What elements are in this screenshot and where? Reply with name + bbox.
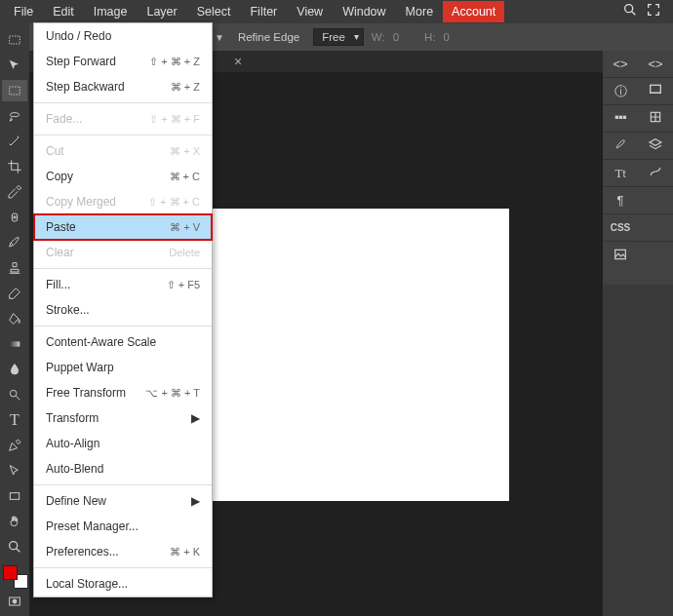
- width-label: W:: [372, 31, 385, 43]
- menu-more[interactable]: More: [396, 1, 443, 22]
- info-icon[interactable]: ⓘ: [606, 83, 635, 100]
- path-panel-icon[interactable]: [641, 164, 670, 182]
- edit-menu-item[interactable]: Copy⌘ + C: [34, 164, 212, 189]
- svg-rect-14: [619, 116, 622, 119]
- character-icon[interactable]: Tt: [606, 166, 635, 181]
- svg-rect-15: [623, 116, 626, 119]
- svg-line-1: [632, 12, 636, 16]
- histogram-icon[interactable]: [641, 82, 670, 100]
- mode-select[interactable]: Free: [313, 28, 364, 46]
- tool-dodge[interactable]: [2, 384, 27, 405]
- svg-point-0: [625, 5, 633, 13]
- edit-menu-item[interactable]: Content-Aware Scale: [34, 329, 212, 355]
- svg-rect-5: [10, 341, 20, 346]
- tool-path-select[interactable]: [2, 460, 27, 481]
- tool-blur[interactable]: [2, 359, 27, 380]
- tool-hand[interactable]: [2, 511, 27, 532]
- svg-rect-17: [615, 250, 626, 258]
- svg-rect-3: [10, 87, 20, 95]
- code-icon[interactable]: <>: [606, 57, 635, 71]
- brush-panel-icon[interactable]: [606, 136, 635, 155]
- tool-brush[interactable]: [2, 232, 27, 253]
- tool-zoom[interactable]: [2, 536, 27, 558]
- layers-icon[interactable]: [641, 136, 670, 155]
- right-panel: <><> ⓘ Tt ¶ CSS: [603, 51, 673, 285]
- edit-menu-item[interactable]: Paste⌘ + V: [34, 214, 212, 240]
- tool-crop[interactable]: [2, 156, 27, 177]
- edit-menu-item: Cut⌘ + X: [34, 138, 212, 164]
- tool-stamp[interactable]: [2, 257, 27, 279]
- height-value: 0: [444, 31, 450, 43]
- tool-eyedropper[interactable]: [2, 181, 27, 203]
- edit-menu-item[interactable]: Fill...⇧ + F5: [34, 272, 212, 297]
- tool-marquee-rect[interactable]: [2, 29, 27, 51]
- edit-menu-item[interactable]: Stroke...: [34, 297, 212, 323]
- edit-menu-dropdown: Undo / RedoStep Forward⇧ + ⌘ + ZStep Bac…: [33, 22, 213, 597]
- edit-menu-item[interactable]: Preferences...⌘ + K: [34, 539, 212, 564]
- svg-rect-12: [651, 85, 661, 93]
- tool-type[interactable]: T: [2, 409, 27, 431]
- tool-eraser[interactable]: [2, 283, 27, 304]
- menu-view[interactable]: View: [287, 1, 333, 22]
- menu-window[interactable]: Window: [333, 1, 395, 22]
- width-value: 0: [393, 31, 399, 43]
- tool-lasso[interactable]: [2, 105, 27, 127]
- menu-select[interactable]: Select: [187, 1, 241, 22]
- paragraph-icon[interactable]: ¶: [606, 193, 635, 208]
- close-icon[interactable]: ×: [234, 54, 242, 69]
- edit-menu-item[interactable]: Puppet Warp: [34, 355, 212, 380]
- code2-icon[interactable]: <>: [641, 57, 670, 71]
- tool-heal[interactable]: [2, 207, 27, 228]
- svg-rect-13: [615, 116, 618, 119]
- height-label: H:: [424, 31, 436, 43]
- edit-menu-item[interactable]: Transform▶: [34, 405, 212, 431]
- menu-account[interactable]: Account: [443, 1, 504, 22]
- svg-line-9: [17, 549, 20, 553]
- tool-marquee-rect-2[interactable]: [2, 80, 27, 101]
- menu-filter[interactable]: Filter: [240, 1, 287, 22]
- tool-quickmask[interactable]: [2, 591, 27, 612]
- menu-file[interactable]: File: [4, 1, 43, 22]
- color-swatch[interactable]: [3, 565, 26, 587]
- menu-edit[interactable]: Edit: [43, 1, 84, 22]
- search-icon[interactable]: [622, 2, 638, 21]
- edit-menu-item[interactable]: Step Backward⌘ + Z: [34, 74, 212, 99]
- options-dropdown-icon[interactable]: ▼: [215, 32, 224, 43]
- edit-menu-item[interactable]: Auto-Align: [34, 431, 212, 456]
- swatches-icon[interactable]: [606, 109, 635, 128]
- css-panel-icon[interactable]: CSS: [606, 222, 635, 233]
- menu-image[interactable]: Image: [84, 1, 138, 22]
- tool-strip: T: [0, 23, 29, 616]
- tool-bucket[interactable]: [2, 308, 27, 329]
- edit-menu-item[interactable]: Undo / Redo: [34, 23, 212, 49]
- menu-layer[interactable]: Layer: [137, 1, 186, 22]
- edit-menu-item[interactable]: Step Forward⇧ + ⌘ + Z: [34, 49, 212, 74]
- menubar: File Edit Image Layer Select Filter View…: [0, 0, 673, 23]
- document-tab[interactable]: ×: [224, 51, 252, 72]
- edit-menu-item[interactable]: Preset Manager...: [34, 514, 212, 539]
- image-panel-icon[interactable]: [606, 247, 635, 265]
- tool-wand[interactable]: [2, 131, 27, 152]
- tool-pen[interactable]: [2, 435, 27, 456]
- grid-icon[interactable]: [641, 109, 670, 128]
- svg-point-8: [10, 542, 18, 550]
- tool-move[interactable]: [2, 55, 27, 76]
- svg-rect-2: [10, 36, 20, 44]
- edit-menu-item[interactable]: Free Transform⌥ + ⌘ + T: [34, 380, 212, 405]
- tool-shape[interactable]: [2, 485, 27, 507]
- edit-menu-item: Copy Merged⇧ + ⌘ + C: [34, 189, 212, 214]
- edit-menu-item: Fade...⇧ + ⌘ + F: [34, 106, 212, 132]
- edit-menu-item[interactable]: Define New▶: [34, 488, 212, 514]
- fullscreen-icon[interactable]: [646, 2, 661, 21]
- refine-edge-button[interactable]: Refine Edge: [232, 31, 305, 43]
- svg-point-6: [10, 390, 17, 397]
- tool-gradient[interactable]: [2, 333, 27, 355]
- edit-menu-item[interactable]: Auto-Blend: [34, 456, 212, 481]
- edit-menu-item[interactable]: Local Storage...: [34, 571, 212, 597]
- svg-rect-7: [10, 493, 19, 500]
- edit-menu-item: ClearDelete: [34, 240, 212, 265]
- svg-point-11: [13, 599, 17, 603]
